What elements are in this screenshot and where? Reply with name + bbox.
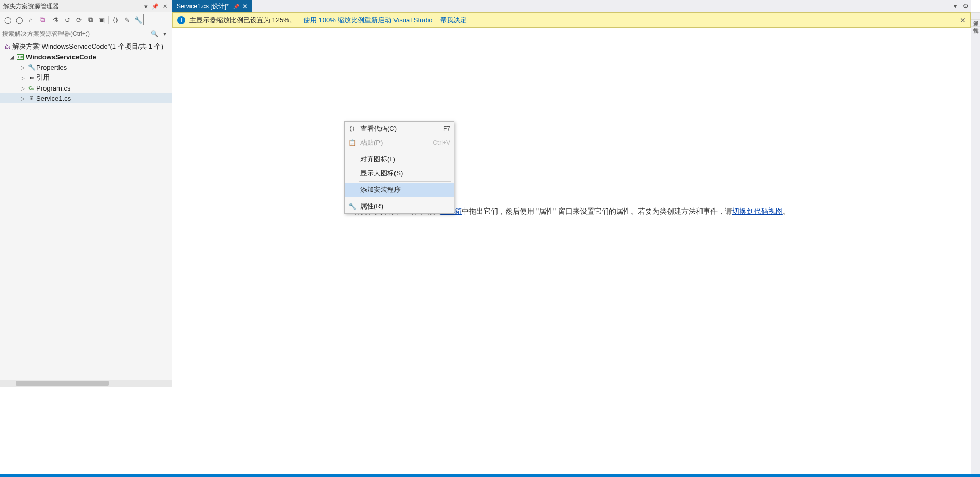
ctx-separator <box>359 198 451 198</box>
ctx-label: 查看代码(C) <box>360 124 397 133</box>
tree-item-program[interactable]: ▷ C# Program.cs <box>0 83 172 93</box>
csharp-file-icon: C# <box>27 85 36 91</box>
panel-title: 解决方案资源管理器 <box>3 2 141 11</box>
paste-icon: 📋 <box>348 139 356 146</box>
code-icon: ⟨⟩ <box>348 125 356 132</box>
solution-tree: 🗂 解决方案"WindowsServiceCode"(1 个项目/共 1 个) … <box>0 40 172 380</box>
panel-header: 解决方案资源管理器 ▾ 📌 ✕ <box>0 0 172 12</box>
expander-icon[interactable]: ▷ <box>21 75 27 81</box>
tab-label: Service1.cs [设计]* <box>177 2 229 11</box>
nav-forward-icon[interactable]: ◯ <box>13 14 25 25</box>
tab-overflow-icon[interactable]: ▾ <box>950 0 960 12</box>
ctx-view-code[interactable]: ⟨⟩ 查看代码(C) F7 <box>345 122 454 136</box>
designer-hint: 若要在类中添加组件，请从工具箱中拖出它们，然后使用 "属性" 窗口来设置它们的属… <box>172 207 971 216</box>
status-bar <box>0 474 980 477</box>
tree-item-label: Service1.cs <box>36 95 71 102</box>
search-input[interactable] <box>2 30 149 37</box>
restart-100-link[interactable]: 使用 100% 缩放比例重新启动 Visual Studio <box>303 16 433 25</box>
references-icon: ▪▫ <box>27 74 36 81</box>
ctx-large-icons[interactable]: 显示大图标(S) <box>345 166 454 180</box>
right-tab-properties[interactable]: 属性 <box>971 20 980 27</box>
panel-dropdown-icon[interactable]: ▾ <box>142 2 150 10</box>
ctx-properties[interactable]: 🔧 属性(R) <box>345 199 454 213</box>
ctx-add-installer[interactable]: 添加安装程序 <box>345 183 454 197</box>
tree-item-label: 引用 <box>36 73 50 82</box>
tree-solution-row[interactable]: 🗂 解决方案"WindowsServiceCode"(1 个项目/共 1 个) <box>0 41 172 52</box>
home-icon[interactable]: ⌂ <box>25 14 36 25</box>
switch-view-icon[interactable]: ⧉ <box>36 14 48 25</box>
expander-icon[interactable]: ▷ <box>21 96 27 101</box>
code-view-link[interactable]: 切换到代码视图 <box>732 207 783 215</box>
filter-icon[interactable]: ⚗ <box>50 14 62 25</box>
expander-icon[interactable]: ◢ <box>10 54 17 60</box>
tree-item-label: Properties <box>36 64 67 71</box>
context-menu: ⟨⟩ 查看代码(C) F7 📋 粘贴(P) Ctrl+V 对齐图标(L) 显示大… <box>344 121 454 214</box>
tree-item-properties[interactable]: ▷ 🔧 Properties <box>0 62 172 72</box>
solution-icon: 🗂 <box>3 43 12 50</box>
tab-service1-design[interactable]: Service1.cs [设计]* 📌 ✕ <box>172 0 252 12</box>
nav-back-icon[interactable]: ◯ <box>2 14 13 25</box>
right-tool-strip: 通知 属性 <box>971 12 980 474</box>
separator <box>108 16 109 24</box>
search-row: 🔍 ▾ <box>0 27 172 40</box>
solution-explorer-panel: 解决方案资源管理器 ▾ 📌 ✕ ◯ ◯ ⌂ ⧉ ⚗ ↺ ⟳ ⧉ ▣ ⟨⟩ ✎ 🔧… <box>0 0 172 387</box>
ctx-label: 粘贴(P) <box>360 138 383 147</box>
search-dropdown-icon[interactable]: ▾ <box>159 30 170 37</box>
separator <box>49 16 49 24</box>
ctx-label: 添加安装程序 <box>360 185 401 195</box>
properties-icon[interactable]: ⟨⟩ <box>110 14 121 25</box>
preview-icon[interactable]: ✎ <box>121 14 133 25</box>
tree-item-service1[interactable]: ▷ 🗎 Service1.cs <box>0 93 172 103</box>
info-text: 主显示器缩放比例已设置为 125%。 <box>189 16 296 25</box>
ctx-paste: 📋 粘贴(P) Ctrl+V <box>345 136 454 150</box>
ctx-separator <box>359 181 451 182</box>
refresh-icon[interactable]: ⟳ <box>73 14 84 25</box>
wrench-icon: 🔧 <box>348 203 356 210</box>
ctx-align-icons[interactable]: 对齐图标(L) <box>345 152 454 166</box>
ctx-shortcut: F7 <box>443 125 450 132</box>
wrench-toggle-icon[interactable]: 🔧 <box>133 14 144 25</box>
panel-toolbar: ◯ ◯ ⌂ ⧉ ⚗ ↺ ⟳ ⧉ ▣ ⟨⟩ ✎ 🔧 <box>0 12 172 27</box>
right-tab-notifications[interactable]: 通知 <box>971 12 980 20</box>
expander-icon[interactable]: ▷ <box>21 65 27 70</box>
sync-icon[interactable]: ↺ <box>62 14 73 25</box>
csharp-project-icon: C# <box>17 54 24 60</box>
scaling-info-bar: i 主显示器缩放比例已设置为 125%。 使用 100% 缩放比例重新启动 Vi… <box>172 12 971 28</box>
panel-pin-icon[interactable]: 📌 <box>151 2 159 10</box>
tree-solution-label: 解决方案"WindowsServiceCode"(1 个项目/共 1 个) <box>12 42 163 51</box>
ctx-label: 显示大图标(S) <box>360 169 403 178</box>
ctx-shortcut: Ctrl+V <box>433 139 450 146</box>
ctx-label: 对齐图标(L) <box>360 155 396 164</box>
designer-surface[interactable]: 若要在类中添加组件，请从工具箱中拖出它们，然后使用 "属性" 窗口来设置它们的属… <box>172 28 971 474</box>
info-icon: i <box>177 16 185 24</box>
horizontal-scrollbar[interactable] <box>0 380 172 387</box>
tree-item-references[interactable]: ▷ ▪▫ 引用 <box>0 72 172 83</box>
ctx-label: 属性(R) <box>360 202 383 211</box>
collapse-icon[interactable]: ⧉ <box>84 14 96 25</box>
tab-pin-icon[interactable]: 📌 <box>233 4 239 9</box>
ctx-separator <box>359 151 451 151</box>
hint-text-2: 中拖出它们，然后使用 "属性" 窗口来设置它们的属性。若要为类创建方法和事件，请 <box>462 207 732 215</box>
help-decide-link[interactable]: 帮我决定 <box>440 16 467 25</box>
hint-text-3: 。 <box>783 207 790 215</box>
panel-close-icon[interactable]: ✕ <box>160 2 169 10</box>
show-all-icon[interactable]: ▣ <box>96 14 107 25</box>
tab-close-icon[interactable]: ✕ <box>242 3 248 10</box>
tree-project-row[interactable]: ◢ C# WindowsServiceCode <box>0 52 172 62</box>
tree-item-label: Program.cs <box>36 84 70 92</box>
info-close-icon[interactable]: ✕ <box>960 16 966 24</box>
tree-project-label: WindowsServiceCode <box>26 53 96 61</box>
scrollbar-thumb[interactable] <box>16 381 109 386</box>
tab-gear-icon[interactable]: ⚙ <box>960 0 971 12</box>
search-icon[interactable]: 🔍 <box>149 30 159 37</box>
document-tab-strip: Service1.cs [设计]* 📌 ✕ ▾ ⚙ <box>172 0 971 12</box>
tab-spacer <box>252 0 950 12</box>
file-icon: 🗎 <box>27 95 36 102</box>
wrench-icon: 🔧 <box>27 64 36 71</box>
expander-icon[interactable]: ▷ <box>21 85 27 91</box>
